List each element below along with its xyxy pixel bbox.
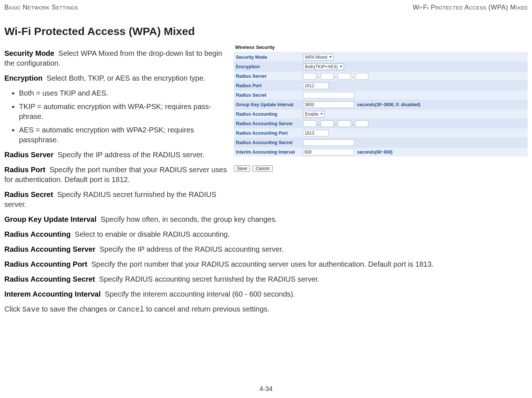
label-radius-server: Radius Server <box>234 74 303 79</box>
radius-secret-input[interactable] <box>303 92 354 98</box>
encryption-select[interactable]: Both(TKIP+AES) <box>303 63 344 70</box>
term-radius-server: Radius Server <box>4 151 54 159</box>
radius-acct-select[interactable]: Enable <box>303 111 325 117</box>
page-header: Basic Network Settings Wi-Fi Protected A… <box>4 4 528 11</box>
row-encryption: Encryption Both(TKIP+AES) <box>234 62 528 71</box>
row-radius-secret: Radius Secret <box>234 90 528 100</box>
desc-encryption: Select Both, TKIP, or AES as the encrypt… <box>47 74 206 82</box>
wireless-security-screenshot: Wireless Security Security Mode WPA Mixe… <box>234 43 528 172</box>
label-radius-secret: Radius Secret <box>234 93 303 98</box>
cancel-button[interactable]: Cancel <box>252 165 272 172</box>
def-radius-acct-port: Radius Accounting Port Specify the port … <box>4 259 528 269</box>
group-key-suffix: seconds(30~3600, 0: disabled) <box>357 102 420 107</box>
def-radius-secret: Radius Secret Specify RADIUS secret furn… <box>4 190 227 209</box>
ip-dot: . <box>334 121 337 126</box>
term-radius-acct-secret: Radius Accounting Secret <box>4 275 95 283</box>
radius-server-ip3[interactable] <box>338 73 351 80</box>
term-radius-acct-server: Radius Accounting Server <box>4 245 95 253</box>
radius-server-ip1[interactable] <box>303 73 316 80</box>
row-radius-server: Radius Server . . . <box>234 71 528 81</box>
interim-input[interactable]: 600 <box>303 149 354 155</box>
def-interem: Interem Accounting Interval Specify the … <box>4 289 528 299</box>
def-radius-acct-server: Radius Accounting Server Specify the IP … <box>4 244 528 254</box>
header-right: Wi-Fi Protected Access (WPA) Mixed <box>413 4 528 11</box>
radius-server-ip4[interactable] <box>355 73 368 80</box>
desc-radius-acct: Select to enable or disable RADIUS accou… <box>75 230 230 238</box>
radius-acct-server-ip1[interactable] <box>303 120 316 127</box>
ip-dot: . <box>317 121 320 126</box>
term-encryption: Encryption <box>4 74 42 82</box>
row-radius-acct-secret: Radius Accounting Secret <box>234 138 528 147</box>
button-row: Save Cancel <box>234 165 528 172</box>
row-radius-port: Radius Port 1812 <box>234 81 528 90</box>
row-group-key: Group Key Update Interval 3600 seconds(3… <box>234 100 528 109</box>
def-radius-port: Radius Port Specify the port number that… <box>4 165 227 185</box>
def-radius-server: Radius Server Specify the IP address of … <box>4 150 227 160</box>
closing-post: to cancel and return previous settings. <box>144 305 269 313</box>
save-button[interactable]: Save <box>234 165 250 172</box>
panel-title: Wireless Security <box>234 43 528 52</box>
radius-acct-secret-input[interactable] <box>303 139 354 146</box>
list-item: AES = automatic encryption with WPA2-PSK… <box>19 125 227 145</box>
ip-dot: . <box>317 73 320 79</box>
term-radius-acct-port: Radius Accounting Port <box>4 260 87 268</box>
term-group-key: Group Key Update Interval <box>4 215 96 223</box>
label-radius-acct: Radius Accounting <box>234 112 303 117</box>
term-interem: Interem Accounting Interval <box>4 290 101 298</box>
desc-interem: Specify the interem accounting interval … <box>105 290 295 298</box>
security-mode-select[interactable]: WPA Mixed <box>303 54 333 61</box>
closing-pre: Click <box>4 305 22 313</box>
ip-dot: . <box>334 73 337 79</box>
def-radius-acct: Radius Accounting Select to enable or di… <box>4 229 528 239</box>
row-radius-acct: Radius Accounting Enable <box>234 109 528 119</box>
radius-port-input[interactable]: 1812 <box>303 82 329 89</box>
def-encryption: Encryption Select Both, TKIP, or AES as … <box>4 73 227 83</box>
desc-radius-server: Specify the IP address of the RADIUS ser… <box>58 151 204 159</box>
term-radius-secret: Radius Secret <box>4 190 53 198</box>
desc-radius-acct-server: Specify the IP address of the RADIUS acc… <box>99 245 283 253</box>
label-encryption: Encryption <box>234 64 303 69</box>
row-radius-acct-server: Radius Accounting Server . . . <box>234 119 528 128</box>
def-radius-acct-secret: Radius Accounting Secret Specify RADIUS … <box>4 274 528 284</box>
list-item: Both = uses TKIP and AES. <box>19 88 227 98</box>
group-key-input[interactable]: 3600 <box>303 101 354 108</box>
row-security-mode: Security Mode WPA Mixed <box>234 52 528 62</box>
label-security-mode: Security Mode <box>234 55 303 60</box>
desc-group-key: Specify how often, in seconds, the group… <box>100 215 277 223</box>
row-interim: Interim Accounting Interval 600 seconds(… <box>234 147 528 157</box>
ip-dot: . <box>352 121 355 126</box>
page-number: 4-34 <box>0 385 532 393</box>
label-radius-port: Radius Port <box>234 83 303 88</box>
radius-server-ip2[interactable] <box>321 73 334 80</box>
desc-radius-acct-port: Specify the port number that your RADIUS… <box>91 260 433 268</box>
radius-acct-server-ip3[interactable] <box>338 120 351 127</box>
list-item: TKIP = automatic encryption with WPA-PSK… <box>19 102 227 121</box>
ip-dot: . <box>352 73 355 79</box>
term-radius-port: Radius Port <box>4 166 45 174</box>
term-security-mode: Security Mode <box>4 49 54 57</box>
closing-cancel-code: Cancel <box>118 305 144 314</box>
def-group-key: Group Key Update Interval Specify how of… <box>4 215 528 224</box>
closing-instruction: Click Save to save the changes or Cancel… <box>4 304 528 314</box>
radius-acct-server-ip2[interactable] <box>321 120 334 127</box>
def-security-mode: Security Mode Select WPA Mixed from the … <box>4 49 227 68</box>
closing-mid: to save the changes or <box>40 305 118 313</box>
interim-suffix: seconds(60~600) <box>357 150 393 155</box>
label-radius-acct-server: Radius Accounting Server <box>234 121 303 126</box>
desc-radius-acct-secret: Specify RADIUS accounting secret furnish… <box>99 275 319 283</box>
label-interim: Interim Accounting Interval <box>234 150 303 155</box>
radius-acct-port-input[interactable]: 1813 <box>303 130 329 136</box>
term-radius-acct: Radius Accounting <box>4 230 70 238</box>
radius-acct-server-ip4[interactable] <box>355 120 368 127</box>
label-radius-acct-secret: Radius Accounting Secret <box>234 140 303 145</box>
label-radius-acct-port: Radius Accounting Port <box>234 131 303 136</box>
encryption-list: Both = uses TKIP and AES. TKIP = automat… <box>19 88 227 145</box>
row-radius-acct-port: Radius Accounting Port 1813 <box>234 128 528 138</box>
header-left: Basic Network Settings <box>4 4 78 11</box>
label-group-key: Group Key Update Interval <box>234 102 303 107</box>
page-title: Wi-Fi Protected Access (WPA) Mixed <box>4 25 528 38</box>
closing-save-code: Save <box>22 305 40 314</box>
